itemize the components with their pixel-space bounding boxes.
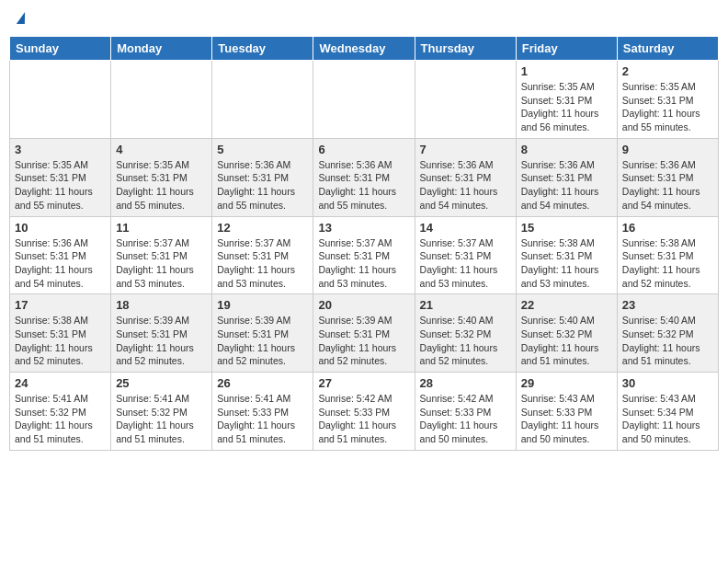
cell-sun-info: Sunrise: 5:38 AMSunset: 5:31 PMDaylight:…	[622, 236, 713, 291]
calendar-cell: 10Sunrise: 5:36 AMSunset: 5:31 PMDayligh…	[10, 216, 111, 294]
day-number: 2	[622, 64, 713, 78]
cell-sun-info: Sunrise: 5:43 AMSunset: 5:33 PMDaylight:…	[521, 392, 612, 446]
cell-sun-info: Sunrise: 5:36 AMSunset: 5:31 PMDaylight:…	[217, 158, 308, 213]
day-number: 18	[116, 298, 207, 312]
day-number: 14	[420, 221, 511, 235]
cell-sun-info: Sunrise: 5:41 AMSunset: 5:33 PMDaylight:…	[217, 392, 308, 446]
weekday-header-friday: Friday	[516, 37, 617, 61]
calendar-cell: 20Sunrise: 5:39 AMSunset: 5:31 PMDayligh…	[313, 294, 415, 373]
calendar-cell: 25Sunrise: 5:41 AMSunset: 5:32 PMDayligh…	[111, 373, 212, 451]
cell-sun-info: Sunrise: 5:38 AMSunset: 5:31 PMDaylight:…	[15, 314, 106, 368]
calendar-cell: 8Sunrise: 5:36 AMSunset: 5:31 PMDaylight…	[516, 138, 617, 216]
day-number: 6	[318, 143, 409, 156]
day-number: 28	[420, 376, 511, 390]
cell-sun-info: Sunrise: 5:36 AMSunset: 5:31 PMDaylight:…	[521, 158, 612, 213]
calendar-cell: 13Sunrise: 5:37 AMSunset: 5:31 PMDayligh…	[313, 216, 415, 294]
day-number: 15	[521, 221, 612, 235]
calendar-cell: 3Sunrise: 5:35 AMSunset: 5:31 PMDaylight…	[10, 138, 111, 216]
calendar-cell: 4Sunrise: 5:35 AMSunset: 5:31 PMDaylight…	[111, 138, 212, 216]
cell-sun-info: Sunrise: 5:40 AMSunset: 5:32 PMDaylight:…	[622, 314, 713, 368]
day-number: 7	[420, 143, 511, 156]
calendar-cell: 30Sunrise: 5:43 AMSunset: 5:34 PMDayligh…	[617, 373, 718, 451]
day-number: 5	[217, 143, 308, 156]
calendar-cell: 11Sunrise: 5:37 AMSunset: 5:31 PMDayligh…	[111, 216, 212, 294]
cell-sun-info: Sunrise: 5:35 AMSunset: 5:31 PMDaylight:…	[15, 158, 106, 213]
calendar-cell: 7Sunrise: 5:36 AMSunset: 5:31 PMDaylight…	[415, 138, 516, 216]
day-number: 9	[622, 143, 713, 156]
calendar-week-row: 24Sunrise: 5:41 AMSunset: 5:32 PMDayligh…	[10, 373, 719, 451]
day-number: 30	[622, 376, 713, 390]
calendar-cell	[111, 61, 212, 139]
calendar-cell: 9Sunrise: 5:36 AMSunset: 5:31 PMDaylight…	[617, 138, 718, 216]
logo-flag-icon	[17, 12, 27, 24]
calendar-cell: 19Sunrise: 5:39 AMSunset: 5:31 PMDayligh…	[212, 294, 313, 373]
weekday-header-wednesday: Wednesday	[313, 37, 415, 61]
weekday-header-row: SundayMondayTuesdayWednesdayThursdayFrid…	[10, 37, 719, 61]
day-number: 22	[521, 298, 612, 312]
cell-sun-info: Sunrise: 5:39 AMSunset: 5:31 PMDaylight:…	[217, 314, 308, 368]
calendar-cell: 29Sunrise: 5:43 AMSunset: 5:33 PMDayligh…	[516, 373, 617, 451]
day-number: 27	[318, 376, 409, 390]
calendar-week-row: 10Sunrise: 5:36 AMSunset: 5:31 PMDayligh…	[10, 216, 719, 294]
weekday-header-thursday: Thursday	[415, 37, 516, 61]
cell-sun-info: Sunrise: 5:36 AMSunset: 5:31 PMDaylight:…	[420, 158, 511, 213]
calendar-cell: 15Sunrise: 5:38 AMSunset: 5:31 PMDayligh…	[516, 216, 617, 294]
day-number: 8	[521, 143, 612, 156]
cell-sun-info: Sunrise: 5:36 AMSunset: 5:31 PMDaylight:…	[622, 158, 713, 213]
calendar-cell: 27Sunrise: 5:42 AMSunset: 5:33 PMDayligh…	[313, 373, 415, 451]
calendar-table: SundayMondayTuesdayWednesdayThursdayFrid…	[9, 36, 719, 451]
calendar-cell: 16Sunrise: 5:38 AMSunset: 5:31 PMDayligh…	[617, 216, 718, 294]
day-number: 13	[318, 221, 409, 235]
day-number: 10	[15, 221, 106, 235]
calendar-cell: 28Sunrise: 5:42 AMSunset: 5:33 PMDayligh…	[415, 373, 516, 451]
calendar-cell: 14Sunrise: 5:37 AMSunset: 5:31 PMDayligh…	[415, 216, 516, 294]
calendar-cell	[212, 61, 313, 139]
calendar-cell: 24Sunrise: 5:41 AMSunset: 5:32 PMDayligh…	[10, 373, 111, 451]
calendar-cell	[313, 61, 415, 139]
cell-sun-info: Sunrise: 5:35 AMSunset: 5:31 PMDaylight:…	[116, 158, 207, 213]
day-number: 1	[521, 64, 612, 78]
day-number: 17	[15, 298, 106, 312]
cell-sun-info: Sunrise: 5:36 AMSunset: 5:31 PMDaylight:…	[15, 236, 106, 291]
day-number: 25	[116, 376, 207, 390]
cell-sun-info: Sunrise: 5:42 AMSunset: 5:33 PMDaylight:…	[420, 392, 511, 446]
day-number: 4	[116, 143, 207, 156]
day-number: 21	[420, 298, 511, 312]
logo	[17, 13, 27, 25]
day-number: 26	[217, 376, 308, 390]
day-number: 29	[521, 376, 612, 390]
day-number: 12	[217, 221, 308, 235]
cell-sun-info: Sunrise: 5:35 AMSunset: 5:31 PMDaylight:…	[622, 80, 713, 134]
calendar-body: 1Sunrise: 5:35 AMSunset: 5:31 PMDaylight…	[10, 61, 719, 451]
calendar-cell: 12Sunrise: 5:37 AMSunset: 5:31 PMDayligh…	[212, 216, 313, 294]
calendar-cell: 22Sunrise: 5:40 AMSunset: 5:32 PMDayligh…	[516, 294, 617, 373]
day-number: 3	[15, 143, 106, 156]
cell-sun-info: Sunrise: 5:36 AMSunset: 5:31 PMDaylight:…	[318, 158, 409, 213]
cell-sun-info: Sunrise: 5:35 AMSunset: 5:31 PMDaylight:…	[521, 80, 612, 134]
cell-sun-info: Sunrise: 5:40 AMSunset: 5:32 PMDaylight:…	[420, 314, 511, 368]
calendar-cell: 2Sunrise: 5:35 AMSunset: 5:31 PMDaylight…	[617, 61, 718, 139]
cell-sun-info: Sunrise: 5:37 AMSunset: 5:31 PMDaylight:…	[217, 236, 308, 291]
day-number: 24	[15, 376, 106, 390]
day-number: 11	[116, 221, 207, 235]
calendar-cell: 23Sunrise: 5:40 AMSunset: 5:32 PMDayligh…	[617, 294, 718, 373]
day-number: 16	[622, 221, 713, 235]
calendar-week-row: 17Sunrise: 5:38 AMSunset: 5:31 PMDayligh…	[10, 294, 719, 373]
cell-sun-info: Sunrise: 5:37 AMSunset: 5:31 PMDaylight:…	[116, 236, 207, 291]
cell-sun-info: Sunrise: 5:42 AMSunset: 5:33 PMDaylight:…	[318, 392, 409, 446]
calendar-cell: 5Sunrise: 5:36 AMSunset: 5:31 PMDaylight…	[212, 138, 313, 216]
calendar-week-row: 3Sunrise: 5:35 AMSunset: 5:31 PMDaylight…	[10, 138, 719, 216]
cell-sun-info: Sunrise: 5:39 AMSunset: 5:31 PMDaylight:…	[116, 314, 207, 368]
page-header	[9, 9, 719, 29]
calendar-header: SundayMondayTuesdayWednesdayThursdayFrid…	[10, 37, 719, 61]
calendar-cell: 17Sunrise: 5:38 AMSunset: 5:31 PMDayligh…	[10, 294, 111, 373]
day-number: 19	[217, 298, 308, 312]
weekday-header-sunday: Sunday	[10, 37, 111, 61]
calendar-cell: 26Sunrise: 5:41 AMSunset: 5:33 PMDayligh…	[212, 373, 313, 451]
cell-sun-info: Sunrise: 5:38 AMSunset: 5:31 PMDaylight:…	[521, 236, 612, 291]
day-number: 20	[318, 298, 409, 312]
day-number: 23	[622, 298, 713, 312]
cell-sun-info: Sunrise: 5:37 AMSunset: 5:31 PMDaylight:…	[318, 236, 409, 291]
cell-sun-info: Sunrise: 5:43 AMSunset: 5:34 PMDaylight:…	[622, 392, 713, 446]
calendar-cell: 18Sunrise: 5:39 AMSunset: 5:31 PMDayligh…	[111, 294, 212, 373]
